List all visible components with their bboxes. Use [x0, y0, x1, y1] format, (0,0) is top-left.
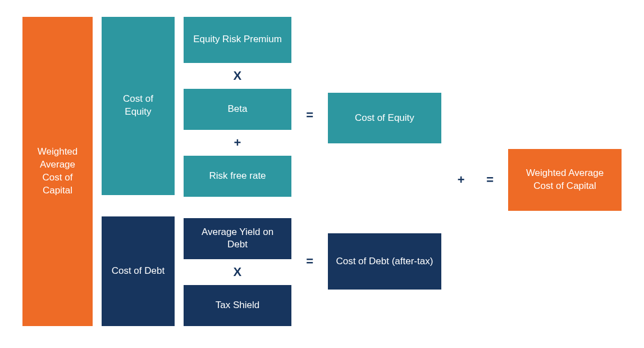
wacc-left-box: Weighted Average Cost of Capital	[22, 17, 93, 326]
col-equals-1: = =	[300, 17, 319, 326]
operator-times-1-label: X	[233, 69, 241, 83]
risk-free-rate-box: Risk free rate	[184, 156, 291, 197]
col-wacc-right: Weighted Average Cost of Capital	[508, 17, 622, 326]
operator-equals-debt: =	[300, 233, 319, 290]
col-wacc-left: Weighted Average Cost of Capital	[22, 17, 93, 326]
avg-yield-debt-box: Average Yield on Debt	[184, 218, 291, 259]
cost-of-equity-result-label: Cost of Equity	[355, 112, 414, 125]
equity-risk-premium-box: Equity Risk Premium	[184, 17, 291, 63]
wacc-left-label: Weighted Average Cost of Capital	[30, 146, 85, 197]
operator-equals-debt-label: =	[306, 254, 313, 269]
operator-plus-combine-label: +	[458, 173, 465, 187]
wacc-right-box: Weighted Average Cost of Capital	[508, 149, 622, 211]
tax-shield-box: Tax Shield	[184, 285, 291, 326]
cost-of-debt-aftertax-box: Cost of Debt (after-tax)	[328, 233, 441, 290]
cost-of-debt-box: Cost of Debt	[102, 216, 175, 326]
gap-equity-debt	[102, 201, 175, 211]
tax-shield-label: Tax Shield	[216, 299, 259, 312]
operator-times-1: X	[184, 69, 291, 83]
cost-of-debt-aftertax-label: Cost of Debt (after-tax)	[336, 255, 433, 268]
equity-risk-premium-label: Equity Risk Premium	[193, 33, 282, 46]
col-equals-2: =	[481, 17, 499, 326]
cost-of-equity-label: Cost of Equity	[109, 93, 167, 119]
gap-components	[184, 202, 291, 213]
operator-plus-combine: +	[450, 163, 472, 197]
cost-of-equity-box: Cost of Equity	[102, 17, 175, 195]
col-combine: +	[450, 17, 472, 326]
operator-equals-final: =	[481, 163, 499, 197]
avg-yield-debt-label: Average Yield on Debt	[191, 226, 284, 252]
cost-of-debt-label: Cost of Debt	[112, 265, 165, 278]
beta-label: Beta	[228, 103, 248, 116]
operator-times-2-label: X	[233, 265, 241, 279]
operator-plus-1: +	[184, 135, 291, 150]
operator-equals-equity: =	[300, 93, 319, 138]
operator-equals-final-label: =	[486, 173, 494, 187]
wacc-diagram: Weighted Average Cost of Capital Cost of…	[22, 17, 622, 326]
beta-box: Beta	[184, 89, 291, 130]
risk-free-rate-label: Risk free rate	[209, 170, 266, 183]
col-costs: Cost of Equity Cost of Debt	[102, 17, 175, 326]
operator-times-2: X	[184, 265, 291, 279]
cost-of-equity-result-box: Cost of Equity	[328, 93, 441, 143]
col-components: Equity Risk Premium X Beta + Risk free r…	[184, 17, 291, 326]
wacc-right-label: Weighted Average Cost of Capital	[516, 167, 614, 193]
col-results: Cost of Equity Cost of Debt (after-tax)	[328, 17, 441, 326]
operator-plus-1-label: +	[234, 135, 241, 150]
operator-equals-equity-label: =	[306, 108, 313, 123]
